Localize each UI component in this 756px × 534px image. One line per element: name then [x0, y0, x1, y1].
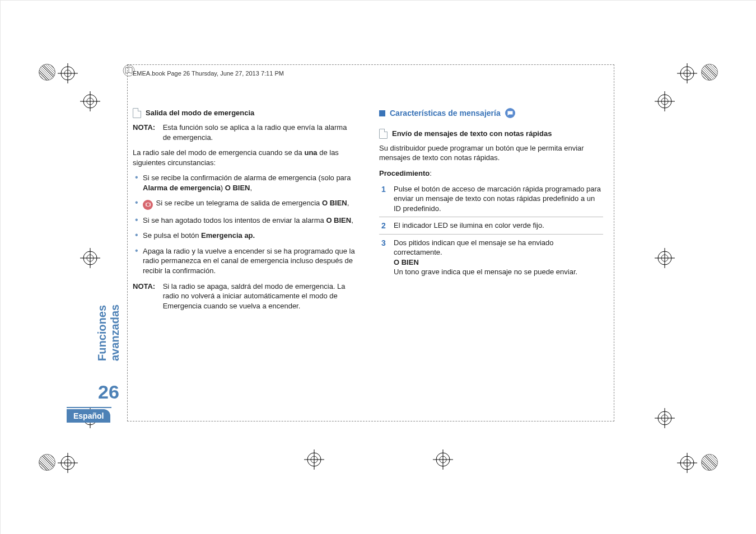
language-tab-rule [67, 407, 111, 408]
procedure-steps: Pulse el botón de acceso de marcación rá… [379, 181, 603, 280]
registration-mark-icon [303, 448, 325, 471]
bold-text: O BIEN [322, 199, 347, 207]
text: El indicador LED se ilumina en color ver… [394, 221, 544, 229]
page-container: EMEA.book Page 26 Thursday, June 27, 201… [0, 0, 756, 534]
crop-hatch-circle [701, 454, 718, 471]
note-block: NOTA: Si la radio se apaga, saldrá del m… [133, 282, 357, 311]
registration-mark-icon [654, 247, 676, 269]
crop-hatch-circle [39, 454, 55, 471]
bold-text: una [304, 148, 317, 157]
registration-mark-icon [676, 452, 698, 474]
document-icon [133, 108, 141, 118]
text: : [430, 169, 432, 177]
step-item: Dos pitidos indican que el mensaje se ha… [379, 235, 603, 280]
left-column: Salida del modo de emergencia NOTA: Esta… [133, 108, 357, 316]
bold-text: Alarma de emergencia [143, 184, 221, 192]
emergency-exit-icon [143, 200, 153, 210]
bold-text: O BIEN [326, 216, 351, 224]
sidebar-section-label: Funciones avanzadas [100, 247, 117, 361]
text: Pulse el botón de acceso de marcación rá… [394, 185, 601, 213]
text: Un tono grave indica que el mensaje no s… [394, 268, 577, 276]
registration-mark-icon [432, 448, 454, 471]
page-number: 26 [98, 381, 119, 403]
text: Dos pitidos indican que el mensaje se ha… [394, 238, 553, 257]
note-block: NOTA: Esta función solo se aplica a la r… [133, 123, 357, 142]
right-column: Características de mensajería Envío de m… [379, 108, 603, 280]
note-label: NOTA: [133, 282, 161, 292]
header-book-info: EMEA.book Page 26 Thursday, June 27, 201… [133, 70, 284, 77]
step-item: El indicador LED se ilumina en color ver… [379, 217, 603, 235]
registration-mark-icon [654, 407, 676, 429]
sidebar-section-text: Funciones avanzadas [96, 247, 122, 361]
text: , [347, 199, 349, 207]
list-item: Si se recibe la confirmación de alarma d… [133, 173, 357, 193]
list-item: Si se recibe un telegrama de salida de e… [133, 198, 357, 210]
text: Si se han agotado todos los intentos de … [143, 216, 326, 224]
note-text: Si la radio se apaga, saldrá del modo de… [163, 282, 348, 311]
bold-text: O BIEN [225, 184, 250, 192]
crop-hatch-circle [39, 64, 55, 81]
section-bullet-icon [379, 110, 385, 116]
list-item: Si se han agotado todos los intentos de … [133, 216, 357, 226]
right-section-head: Características de mensajería [379, 108, 603, 119]
intro-paragraph: Su distribuidor puede programar un botón… [379, 143, 603, 163]
text: ) [221, 184, 225, 192]
bold-text: Emergencia ap. [201, 231, 255, 240]
text: , [351, 216, 353, 224]
note-text: Esta función solo se aplica a la radio q… [163, 123, 348, 142]
right-subsection-title: Envío de mensajes de texto con notas ráp… [392, 129, 552, 139]
right-subsection-head: Envío de mensajes de texto con notas ráp… [379, 129, 603, 139]
messaging-icon [505, 108, 515, 118]
bold-text: Procedimiento [379, 169, 430, 177]
list-item: Apaga la radio y la vuelve a encender si… [133, 246, 357, 276]
text: Si se recibe un telegrama de salida de e… [154, 199, 322, 207]
text: Se pulsa el botón [143, 231, 201, 240]
text: , [250, 184, 252, 192]
step-item: Pulse el botón de acceso de marcación rá… [379, 181, 603, 218]
right-section-title: Características de mensajería [390, 108, 501, 119]
text: La radio sale del modo de emergencia cua… [133, 148, 304, 157]
intro-paragraph: La radio sale del modo de emergencia cua… [133, 148, 357, 167]
procedure-label: Procedimiento: [379, 168, 603, 179]
crop-hatch-circle [701, 64, 718, 81]
svg-point-50 [146, 203, 150, 207]
bold-text: O BIEN [394, 258, 419, 266]
registration-mark-icon [654, 90, 676, 113]
text: Si se recibe la confirmación de alarma d… [143, 174, 351, 182]
registration-mark-icon [676, 62, 698, 85]
registration-mark-icon [79, 90, 101, 113]
language-tab: Español [67, 409, 110, 423]
document-icon [379, 129, 388, 139]
note-label: NOTA: [133, 123, 161, 133]
registration-mark-icon [57, 452, 79, 474]
list-item: Se pulsa el botón Emergencia ap. [133, 231, 357, 241]
language-tab-text: Español [73, 411, 104, 420]
left-subsection-head: Salida del modo de emergencia [133, 108, 357, 118]
text: Su distribuidor puede programar un botón… [379, 144, 584, 162]
registration-mark-icon [57, 62, 79, 85]
exit-conditions-list: Si se recibe la confirmación de alarma d… [133, 173, 357, 275]
left-subsection-title: Salida del modo de emergencia [146, 108, 254, 118]
text: Apaga la radio y la vuelve a encender si… [143, 247, 355, 275]
